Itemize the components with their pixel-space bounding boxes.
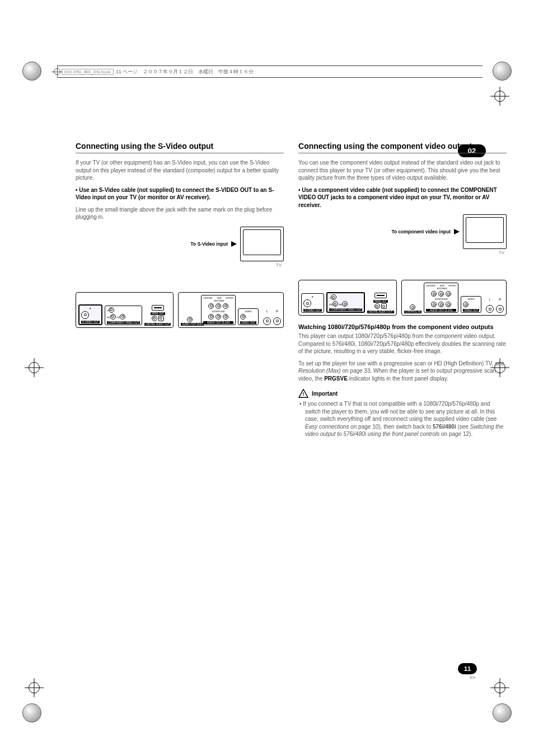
column-left: Connecting using the S-Video output If y…	[76, 142, 284, 438]
print-registration-mark	[493, 703, 512, 722]
component-instruction: • Use a component video cable (not suppl…	[298, 186, 507, 209]
audio-l-jack-icon	[486, 305, 494, 313]
section-heading-component: Connecting using the component video out…	[298, 142, 507, 153]
optical-jack-icon	[158, 316, 164, 321]
surr-l-jack-icon	[431, 302, 437, 307]
video-jack-icon	[240, 314, 246, 320]
sw-jack-icon	[438, 291, 444, 297]
y-jack-icon	[331, 294, 336, 300]
center-jack-icon	[431, 291, 437, 297]
surr-l-jack-icon	[208, 314, 214, 320]
page-content: Connecting using the S-Video output If y…	[76, 142, 462, 438]
irin-jack-icon	[187, 317, 193, 322]
audio-r-jack-icon	[496, 305, 504, 313]
arrow-icon	[454, 229, 460, 234]
warning-triangle-icon: !	[298, 389, 308, 398]
component-diagram: To component video input TV ▾ S-VIDEO OU…	[298, 214, 507, 316]
arrow-icon	[231, 241, 237, 247]
svideo-triangle-note: Line up the small triangle above the jac…	[76, 206, 284, 221]
subheading-watching: Watching 1080i/720p/576p/480p from the c…	[298, 323, 507, 330]
pb-jack-icon	[110, 314, 116, 320]
y-jack-icon	[109, 307, 114, 313]
page-language-label: En	[470, 675, 475, 680]
tv-icon	[240, 227, 284, 261]
audio-r-jack-icon	[273, 317, 281, 325]
sw-jack-icon	[216, 303, 221, 309]
hdmi-port-icon	[152, 305, 164, 311]
rear-panel-right: CONTROL IN CENTERSUB WOOFERFRONT SURROUN…	[401, 280, 507, 316]
print-registration-mark	[22, 62, 41, 81]
digital-coax-jack-icon	[152, 316, 157, 321]
rear-panel-left: ▾ S-VIDEO OUT Y PB PR COMPONENT VIDEO OU…	[76, 292, 174, 328]
front-l-jack-icon	[446, 291, 451, 297]
hdmi-port-icon	[374, 293, 387, 298]
pr-jack-icon	[120, 314, 125, 320]
front-r-jack-icon	[223, 314, 228, 320]
tv-icon	[463, 214, 507, 249]
diagram-label-svideo: To S-Video input	[76, 241, 228, 247]
section-heading-svideo: Connecting using the S-Video output	[76, 142, 284, 153]
audio-l-jack-icon	[263, 317, 271, 325]
component-jack-group: Y PB PR COMPONENT VIDEO OUT	[326, 292, 365, 313]
digital-coax-jack-icon	[374, 303, 380, 309]
important-list: If you connect a TV that is not compatib…	[298, 400, 507, 438]
irin-jack-icon	[410, 304, 415, 310]
column-right: Connecting using the component video out…	[298, 142, 507, 438]
tv-caption: TV	[298, 250, 507, 255]
print-registration-mark	[22, 703, 41, 722]
tv-caption: TV	[76, 262, 284, 267]
important-heading: ! Important	[298, 389, 507, 398]
crop-mark	[490, 87, 509, 106]
page-number-badge: 11	[458, 663, 477, 674]
rear-panel-left: ▾ S-VIDEO OUT Y PB PR COMPONENT VIDEO OU…	[298, 280, 396, 316]
component-jack-group: Y PB PR COMPONENT VIDEO OUT	[105, 306, 142, 325]
important-bullet: If you connect a TV that is not compatib…	[305, 400, 507, 438]
svideo-diagram: To S-Video input TV ▾ S-VIDEO OUT Y	[76, 227, 284, 328]
svideo-jack-icon	[303, 299, 311, 307]
surr-r-jack-icon	[216, 314, 221, 320]
print-header: DVLX50_IBD_EN.book 11 ページ ２００７年９月１２日 水曜日…	[57, 65, 483, 78]
crop-mark	[490, 678, 509, 697]
header-filename: DVLX50_IBD_EN.book	[62, 69, 114, 75]
audio51-jack-group: CENTERSUB WOOFERFRONT SURROUND AUD	[424, 283, 458, 313]
svideo-intro: If your TV (or other equipment) has an S…	[76, 159, 284, 182]
important-label: Important	[312, 391, 338, 397]
audio51-jack-group: CENTERSUB WOOFERFRONT SURROUND AUD	[201, 295, 236, 325]
front-r-jack-icon	[446, 302, 451, 307]
surr-r-jack-icon	[438, 302, 444, 307]
component-intro: You can use the component video output i…	[298, 159, 507, 182]
center-jack-icon	[208, 303, 214, 309]
svideo-jack-group: ▾ S-VIDEO OUT	[78, 304, 102, 325]
front-l-jack-icon	[223, 303, 228, 309]
diagram-label-component: To component video input	[298, 229, 451, 234]
svideo-jack-group: ▾ S-VIDEO OUT	[301, 293, 324, 313]
pr-jack-icon	[342, 301, 348, 307]
video-jack-group: VIDEO VIDEO OUT	[238, 308, 259, 325]
optical-jack-icon	[381, 303, 387, 309]
progressive-para1: This player can output 1080i/720p/576p/4…	[298, 332, 507, 355]
progressive-para2: To set up the player for use with a prog…	[298, 360, 507, 383]
video-jack-group: VIDEO VIDEO OUT	[461, 296, 481, 313]
video-jack-icon	[463, 302, 469, 307]
svideo-instruction: • Use an S-Video cable (not supplied) to…	[76, 186, 284, 201]
crop-mark	[25, 358, 44, 377]
rear-panel-right: CONTROL IN CENTERSUB WOOFERFRONT SURROUN…	[178, 292, 284, 328]
print-registration-mark	[493, 62, 512, 81]
svideo-jack-icon	[81, 311, 89, 319]
pb-jack-icon	[332, 301, 338, 307]
header-meta: 11 ページ ２００７年９月１２日 水曜日 午後４時１６分	[116, 68, 254, 76]
svg-text:!: !	[303, 391, 305, 397]
crop-mark	[25, 678, 44, 697]
